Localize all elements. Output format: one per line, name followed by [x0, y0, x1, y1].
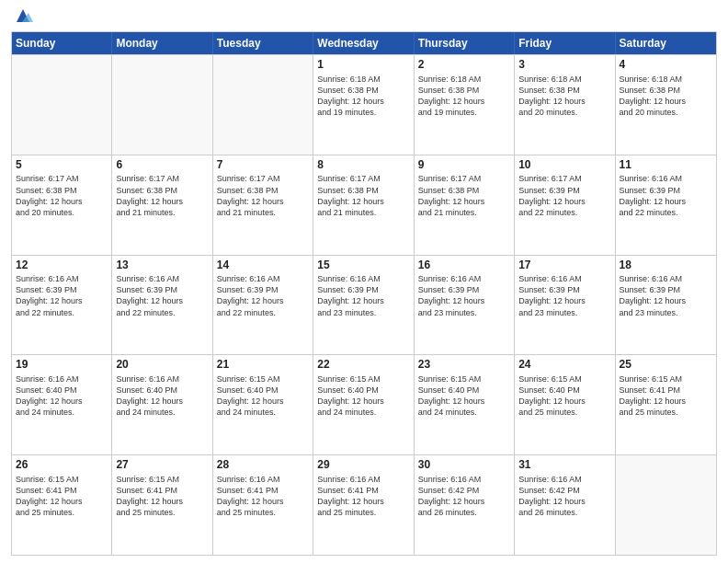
day-info: Sunrise: 6:16 AM Sunset: 6:40 PM Dayligh…: [16, 373, 108, 419]
calendar-row-1: 5Sunrise: 6:17 AM Sunset: 6:38 PM Daylig…: [12, 155, 716, 255]
day-number: 21: [217, 358, 309, 373]
header-day-saturday: Saturday: [616, 32, 716, 54]
day-number: 24: [518, 358, 610, 373]
day-number: 29: [317, 458, 409, 473]
calendar-row-3: 19Sunrise: 6:16 AM Sunset: 6:40 PM Dayli…: [12, 354, 716, 454]
day-number: 3: [518, 58, 610, 73]
table-row: 30Sunrise: 6:16 AM Sunset: 6:42 PM Dayli…: [415, 455, 515, 555]
table-row: 14Sunrise: 6:16 AM Sunset: 6:39 PM Dayli…: [213, 256, 313, 355]
day-info: Sunrise: 6:16 AM Sunset: 6:39 PM Dayligh…: [317, 273, 409, 318]
table-row: 16Sunrise: 6:16 AM Sunset: 6:39 PM Dayli…: [415, 256, 515, 355]
day-info: Sunrise: 6:17 AM Sunset: 6:38 PM Dayligh…: [217, 173, 309, 218]
table-row: 10Sunrise: 6:17 AM Sunset: 6:39 PM Dayli…: [515, 155, 615, 255]
day-number: 12: [16, 259, 108, 273]
day-info: Sunrise: 6:17 AM Sunset: 6:38 PM Dayligh…: [16, 173, 108, 218]
day-number: 8: [317, 158, 409, 173]
table-row: [213, 55, 313, 155]
day-info: Sunrise: 6:16 AM Sunset: 6:40 PM Dayligh…: [116, 373, 208, 419]
table-row: 1Sunrise: 6:18 AM Sunset: 6:38 PM Daylig…: [313, 55, 414, 155]
day-number: 23: [418, 358, 510, 373]
day-info: Sunrise: 6:18 AM Sunset: 6:38 PM Dayligh…: [518, 74, 610, 119]
day-number: 26: [16, 458, 108, 473]
day-number: 27: [116, 458, 208, 473]
table-row: 7Sunrise: 6:17 AM Sunset: 6:38 PM Daylig…: [213, 155, 313, 255]
day-info: Sunrise: 6:16 AM Sunset: 6:39 PM Dayligh…: [620, 173, 712, 218]
table-row: 24Sunrise: 6:15 AM Sunset: 6:40 PM Dayli…: [515, 355, 615, 454]
table-row: 9Sunrise: 6:17 AM Sunset: 6:38 PM Daylig…: [415, 155, 515, 255]
table-row: 25Sunrise: 6:15 AM Sunset: 6:41 PM Dayli…: [616, 355, 716, 454]
day-info: Sunrise: 6:15 AM Sunset: 6:40 PM Dayligh…: [217, 373, 309, 419]
day-number: 2: [418, 58, 510, 73]
table-row: 22Sunrise: 6:15 AM Sunset: 6:40 PM Dayli…: [313, 355, 414, 454]
day-info: Sunrise: 6:17 AM Sunset: 6:39 PM Dayligh…: [518, 173, 610, 218]
day-number: 15: [317, 259, 409, 273]
day-info: Sunrise: 6:15 AM Sunset: 6:41 PM Dayligh…: [16, 474, 108, 519]
day-number: 9: [418, 158, 510, 173]
day-number: 10: [518, 158, 610, 173]
day-number: 1: [317, 58, 409, 73]
day-info: Sunrise: 6:18 AM Sunset: 6:38 PM Dayligh…: [317, 74, 409, 119]
day-number: 22: [317, 358, 409, 373]
day-info: Sunrise: 6:15 AM Sunset: 6:41 PM Dayligh…: [620, 373, 712, 419]
calendar-header: SundayMondayTuesdayWednesdayThursdayFrid…: [12, 32, 716, 54]
day-number: 25: [620, 358, 712, 373]
table-row: 17Sunrise: 6:16 AM Sunset: 6:39 PM Dayli…: [515, 256, 615, 355]
table-row: 19Sunrise: 6:16 AM Sunset: 6:40 PM Dayli…: [12, 355, 112, 454]
day-info: Sunrise: 6:17 AM Sunset: 6:38 PM Dayligh…: [116, 173, 208, 218]
table-row: [616, 455, 716, 555]
day-info: Sunrise: 6:16 AM Sunset: 6:39 PM Dayligh…: [518, 273, 610, 318]
calendar-body: 1Sunrise: 6:18 AM Sunset: 6:38 PM Daylig…: [12, 54, 716, 555]
day-info: Sunrise: 6:15 AM Sunset: 6:40 PM Dayligh…: [518, 373, 610, 419]
table-row: [112, 55, 212, 155]
table-row: 11Sunrise: 6:16 AM Sunset: 6:39 PM Dayli…: [616, 155, 716, 255]
day-info: Sunrise: 6:15 AM Sunset: 6:40 PM Dayligh…: [317, 373, 409, 419]
logo: [11, 9, 33, 26]
day-number: 7: [217, 158, 309, 173]
day-info: Sunrise: 6:16 AM Sunset: 6:41 PM Dayligh…: [317, 474, 409, 519]
day-number: 6: [116, 158, 208, 173]
table-row: 3Sunrise: 6:18 AM Sunset: 6:38 PM Daylig…: [515, 55, 615, 155]
table-row: 5Sunrise: 6:17 AM Sunset: 6:38 PM Daylig…: [12, 155, 112, 255]
header-day-thursday: Thursday: [415, 32, 515, 54]
calendar-row-0: 1Sunrise: 6:18 AM Sunset: 6:38 PM Daylig…: [12, 54, 716, 155]
day-info: Sunrise: 6:16 AM Sunset: 6:39 PM Dayligh…: [217, 273, 309, 318]
page: SundayMondayTuesdayWednesdayThursdayFrid…: [0, 0, 728, 563]
day-number: 31: [518, 458, 610, 473]
day-info: Sunrise: 6:15 AM Sunset: 6:40 PM Dayligh…: [418, 373, 510, 419]
day-info: Sunrise: 6:16 AM Sunset: 6:42 PM Dayligh…: [418, 474, 510, 519]
table-row: 27Sunrise: 6:15 AM Sunset: 6:41 PM Dayli…: [112, 455, 212, 555]
table-row: 29Sunrise: 6:16 AM Sunset: 6:41 PM Dayli…: [313, 455, 414, 555]
table-row: 13Sunrise: 6:16 AM Sunset: 6:39 PM Dayli…: [112, 256, 212, 355]
header-day-sunday: Sunday: [12, 32, 112, 54]
day-number: 13: [116, 259, 208, 273]
table-row: 8Sunrise: 6:17 AM Sunset: 6:38 PM Daylig…: [313, 155, 414, 255]
day-number: 17: [518, 259, 610, 273]
table-row: 4Sunrise: 6:18 AM Sunset: 6:38 PM Daylig…: [616, 55, 716, 155]
day-number: 11: [620, 158, 712, 173]
table-row: 23Sunrise: 6:15 AM Sunset: 6:40 PM Dayli…: [415, 355, 515, 454]
day-number: 28: [217, 458, 309, 473]
day-number: 19: [16, 358, 108, 373]
day-number: 30: [418, 458, 510, 473]
table-row: 12Sunrise: 6:16 AM Sunset: 6:39 PM Dayli…: [12, 256, 112, 355]
table-row: 6Sunrise: 6:17 AM Sunset: 6:38 PM Daylig…: [112, 155, 212, 255]
day-number: 16: [418, 259, 510, 273]
header-day-friday: Friday: [515, 32, 615, 54]
day-number: 5: [16, 158, 108, 173]
day-info: Sunrise: 6:17 AM Sunset: 6:38 PM Dayligh…: [418, 173, 510, 218]
table-row: 2Sunrise: 6:18 AM Sunset: 6:38 PM Daylig…: [415, 55, 515, 155]
table-row: 26Sunrise: 6:15 AM Sunset: 6:41 PM Dayli…: [12, 455, 112, 555]
day-number: 14: [217, 259, 309, 273]
table-row: 20Sunrise: 6:16 AM Sunset: 6:40 PM Dayli…: [112, 355, 212, 454]
day-info: Sunrise: 6:16 AM Sunset: 6:39 PM Dayligh…: [16, 273, 108, 318]
header-day-monday: Monday: [112, 32, 212, 54]
day-info: Sunrise: 6:16 AM Sunset: 6:41 PM Dayligh…: [217, 474, 309, 519]
table-row: 15Sunrise: 6:16 AM Sunset: 6:39 PM Dayli…: [313, 256, 414, 355]
day-number: 4: [620, 58, 712, 73]
logo-icon: [13, 6, 33, 26]
day-info: Sunrise: 6:17 AM Sunset: 6:38 PM Dayligh…: [317, 173, 409, 218]
calendar-row-4: 26Sunrise: 6:15 AM Sunset: 6:41 PM Dayli…: [12, 454, 716, 555]
table-row: 28Sunrise: 6:16 AM Sunset: 6:41 PM Dayli…: [213, 455, 313, 555]
header-day-wednesday: Wednesday: [313, 32, 414, 54]
day-info: Sunrise: 6:16 AM Sunset: 6:39 PM Dayligh…: [418, 273, 510, 318]
